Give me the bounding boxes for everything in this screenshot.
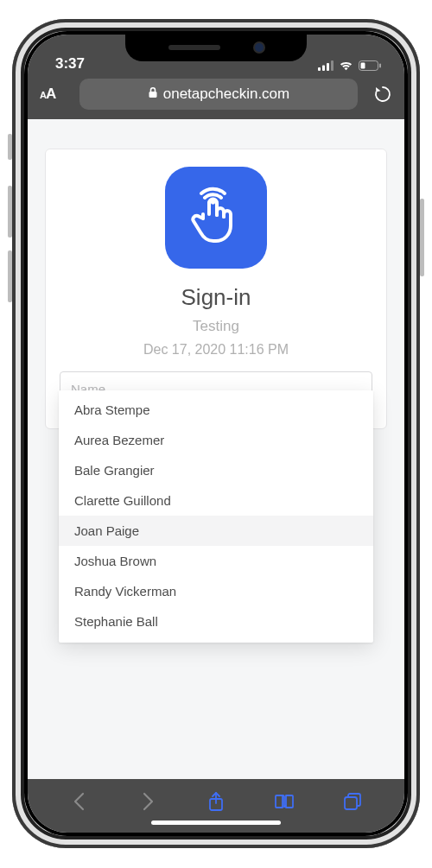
svg-rect-10: [345, 797, 357, 809]
cellular-icon: [318, 60, 334, 71]
svg-rect-3: [331, 60, 334, 71]
address-bar[interactable]: onetapcheckin.com: [79, 79, 358, 110]
power-button: [420, 199, 424, 276]
home-indicator[interactable]: [151, 820, 281, 825]
suggestion-item[interactable]: Bale Grangier: [59, 455, 373, 485]
tabs-button[interactable]: [335, 792, 370, 811]
status-time: 3:37: [55, 55, 85, 73]
forward-button[interactable]: [130, 792, 165, 811]
back-button[interactable]: [62, 792, 97, 811]
suggestion-item[interactable]: Abra Stempe: [59, 390, 373, 425]
svg-rect-7: [149, 92, 156, 98]
share-button[interactable]: [199, 791, 233, 812]
battery-icon: [359, 60, 382, 71]
lock-icon: [148, 86, 158, 103]
reload-button[interactable]: [366, 85, 392, 104]
svg-rect-0: [318, 67, 321, 71]
bookmarks-button[interactable]: [267, 793, 302, 810]
browser-toolbar: AA onetapcheckin.com: [28, 76, 404, 119]
page-timestamp: Dec 17, 2020 11:16 PM: [60, 342, 372, 358]
device-frame: 3:37: [0, 0, 432, 868]
svg-point-8: [211, 200, 215, 204]
suggestion-item[interactable]: Joshua Brown: [59, 546, 373, 576]
notch: [125, 34, 307, 61]
status-indicators: [318, 60, 382, 73]
page-title: Sign-in: [60, 284, 372, 311]
page-content: Sign-in Testing Dec 17, 2020 11:16 PM Ab…: [28, 119, 404, 779]
suggestion-item[interactable]: Joan Paige: [59, 516, 373, 546]
svg-rect-2: [327, 63, 329, 71]
text-size-button[interactable]: AA: [40, 86, 71, 103]
url-text: onetapcheckin.com: [163, 86, 289, 103]
suggestion-item[interactable]: Aurea Bezemer: [59, 425, 373, 455]
svg-rect-6: [379, 64, 381, 68]
suggestion-item[interactable]: Randy Vickerman: [59, 576, 373, 606]
suggestion-item[interactable]: Clarette Guillond: [59, 485, 373, 516]
phone-bezel: 3:37: [12, 19, 420, 848]
suggestion-item[interactable]: Stephanie Ball: [59, 606, 373, 643]
svg-rect-5: [361, 63, 365, 69]
signin-card: Sign-in Testing Dec 17, 2020 11:16 PM: [45, 149, 387, 429]
svg-rect-1: [322, 66, 325, 72]
app-logo: [165, 167, 267, 269]
wifi-icon: [339, 60, 353, 71]
phone-body: 3:37: [24, 31, 408, 836]
screen: 3:37: [28, 35, 404, 833]
page-subtitle: Testing: [60, 318, 372, 335]
name-suggestions-dropdown[interactable]: Abra StempeAurea BezemerBale GrangierCla…: [59, 390, 373, 643]
